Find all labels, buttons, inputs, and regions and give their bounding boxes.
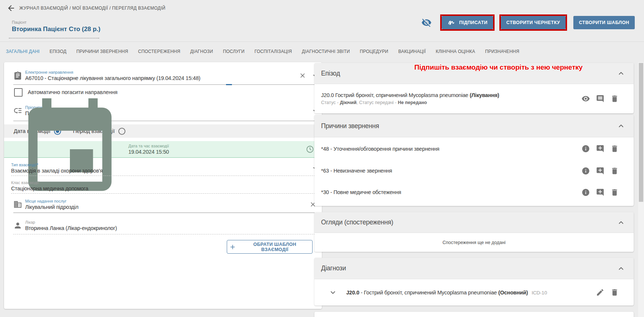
visit-reasons-card: Причини звернення *48 - Уточнення/обгово… — [314, 115, 634, 206]
service-place-field[interactable]: Місце надання послуг Лікувальний підрозд… — [13, 196, 317, 213]
diagnosis-row: J20.0 - Гострий бронхіт, спричинений Myc… — [314, 279, 634, 306]
tab-general-data[interactable]: ЗАГАЛЬНІ ДАНІ — [6, 49, 40, 54]
referral-label: Електронне направлення — [25, 70, 200, 74]
patient-label: Пацієнт — [12, 20, 100, 24]
reason-row: *30 - Повне медичне обстеження — [314, 181, 634, 203]
draft-highlight-frame: СТВОРИТИ ЧЕРНЕТКУ — [499, 14, 567, 31]
diagnoses-collapse-chevron-up-icon[interactable] — [617, 265, 625, 272]
observations-collapse-chevron-up-icon[interactable] — [617, 219, 625, 226]
header-actions: ПІДПИСАТИ СТВОРИТИ ЧЕРНЕТКУ СТВОРИТИ ШАБ… — [421, 14, 636, 31]
reason-info-icon[interactable] — [581, 144, 590, 153]
diagnosis-expand-chevron-down-icon[interactable] — [329, 289, 337, 296]
choose-template-button[interactable]: ОБРАТИ ШАБЛОН ВЗАЄМОДІЇ — [227, 240, 313, 254]
tab-vaccinations[interactable]: ВАКЦИНАЦІЇ — [398, 49, 426, 54]
reason-text: *63 - Невизначене звернення — [321, 168, 392, 174]
template-button-label: СТВОРИТИ ШАБЛОН — [579, 20, 629, 25]
reason-add-comment-icon[interactable] — [596, 188, 604, 197]
doctor-label: Лікар — [25, 220, 117, 224]
interaction-type-field[interactable]: Тип взаємодії* Взаємодія в закладі охоро… — [11, 161, 317, 176]
back-arrow-icon[interactable] — [7, 4, 16, 13]
scrollbar-thumb[interactable] — [639, 63, 643, 202]
clock-icon[interactable] — [306, 145, 314, 154]
visit-reasons-header: Причини звернення — [314, 115, 634, 137]
sign-button-label: ПІДПИСАТИ — [459, 20, 488, 25]
reason-add-comment-icon[interactable] — [596, 144, 604, 153]
episode-actions — [581, 94, 619, 103]
observations-empty-message: Спостереження ще не додані — [442, 240, 505, 245]
reason-row: *48 - Уточнення/обговорення причини звер… — [314, 137, 634, 160]
interaction-type-value: Взаємодія в закладі охорони здоров'я — [11, 168, 103, 174]
tab-prescriptions[interactable]: ПРИЗНАЧЕННЯ — [485, 49, 519, 54]
field-focus-indicator — [226, 84, 232, 85]
interaction-class-value: Стаціонарна медична допомога — [11, 186, 88, 191]
tab-observations[interactable]: СПОСТЕРЕЖЕННЯ — [138, 49, 180, 54]
sign-button[interactable]: ПІДПИСАТИ — [442, 16, 493, 29]
tab-diagnostic-reports[interactable]: ДІАГНОСТИЧНІ ЗВІТИ — [302, 49, 350, 54]
episode-item-row: J20.0 Гострий бронхіт, спричинений Mycop… — [314, 84, 634, 113]
episode-comment-icon[interactable] — [596, 94, 604, 103]
plus-icon — [229, 244, 236, 250]
diagnosis-coding-badge: ICD-10 — [532, 290, 547, 296]
template-frame: СТВОРИТИ ШАБЛОН — [572, 14, 636, 31]
visibility-off-icon[interactable] — [421, 17, 432, 28]
visit-reasons-collapse-chevron-up-icon[interactable] — [617, 122, 625, 130]
service-place-label: Місце надання послуг — [25, 199, 78, 203]
diagnoses-card: Діагнози J20.0 - Гострий бронхіт, спричи… — [314, 258, 634, 306]
reason-row: *63 - Невизначене звернення — [314, 160, 634, 181]
create-template-button[interactable]: СТВОРИТИ ШАБЛОН — [573, 16, 635, 29]
create-draft-button[interactable]: СТВОРИТИ ЧЕРНЕТКУ — [501, 16, 566, 29]
next-section-card — [314, 312, 634, 317]
reason-trash-icon[interactable] — [610, 144, 619, 153]
choose-template-label: ОБРАТИ ШАБЛОН ВЗАЄМОДІЇ — [240, 242, 310, 252]
diagnosis-trash-icon[interactable] — [610, 288, 619, 297]
diagnosis-text: J20.0 - Гострий бронхіт, спричинений Myc… — [346, 290, 547, 296]
tab-hospitalization[interactable]: ГОСПІТАЛІЗАЦІЯ — [254, 49, 292, 54]
diagnoses-title: Діагнози — [321, 264, 346, 272]
service-place-value: Лікувальний підрозділ — [25, 204, 78, 210]
reason-actions — [581, 188, 619, 197]
observations-card: Огляди (спостереження) Спостереження ще … — [314, 212, 634, 252]
reason-trash-icon[interactable] — [610, 167, 619, 175]
reason-info-icon[interactable] — [581, 167, 590, 175]
reason-text: *30 - Повне медичне обстеження — [321, 189, 401, 195]
tab-visit-reasons[interactable]: ПРИЧИНИ ЗВЕРНЕННЯ — [77, 49, 128, 54]
episode-item-text: J20.0 Гострий бронхіт, спричинений Mycop… — [321, 92, 499, 98]
reason-info-icon[interactable] — [581, 188, 590, 197]
tab-diagnoses[interactable]: ДІАГНОЗИ — [190, 49, 213, 54]
breadcrumb[interactable]: ЖУРНАЛ ВЗАЄМОДІЙ / МОЇ ВЗАЄМОДІЇ / ПЕРЕГ… — [19, 6, 165, 11]
diagnoses-header: Діагнози — [314, 258, 634, 279]
scrollbar-track[interactable] — [638, 62, 644, 317]
episode-title: Епізод — [321, 70, 340, 77]
reason-add-comment-icon[interactable] — [596, 167, 604, 175]
reason-actions — [581, 167, 619, 175]
tab-bar: ЗАГАЛЬНІ ДАНІ ЕПІЗОД ПРИЧИНИ ЗВЕРНЕННЯ С… — [6, 45, 519, 58]
datetime-field[interactable]: Дата та час взаємодії 19.04.2024 15:50 — [4, 141, 322, 158]
observations-title: Огляди (спостереження) — [321, 218, 393, 226]
doctor-icon — [13, 221, 22, 230]
interaction-class-field: Клас взаємодії Стаціонарна медична допом… — [11, 178, 317, 194]
reason-actions — [581, 144, 619, 153]
tab-clinical-assessment[interactable]: КЛІНІЧНА ОЦІНКА — [436, 49, 475, 54]
interaction-type-label: Тип взаємодії* — [11, 163, 103, 167]
reason-trash-icon[interactable] — [610, 188, 619, 197]
episode-collapse-chevron-up-icon[interactable] — [617, 70, 625, 77]
annotation-text: Підпишіть взаємодію чи створіть з нею че… — [414, 63, 583, 71]
referral-field[interactable]: Електронне направлення А67010 - Стаціона… — [13, 67, 317, 85]
referral-clipboard-icon — [13, 71, 22, 80]
episode-item-status: Статус - Діючий, Статус передачі - Не пе… — [321, 100, 499, 105]
visit-reasons-title: Причини звернення — [321, 122, 379, 130]
tab-episode[interactable]: ЕПІЗОД — [50, 49, 66, 54]
referral-value: А67010 - Стаціонарне лікування загальног… — [25, 75, 200, 81]
referral-clear-icon[interactable] — [299, 72, 306, 79]
interaction-view-page: ЖУРНАЛ ВЗАЄМОДІЙ / МОЇ ВЗАЄМОДІЇ / ПЕРЕГ… — [0, 0, 644, 317]
reason-text: *48 - Уточнення/обговорення причини звер… — [321, 146, 439, 152]
header-divider — [0, 41, 644, 42]
patient-block: Пацієнт Вторинка Пацієнт Сто (28 р.) — [9, 20, 99, 39]
building-icon — [13, 200, 22, 209]
episode-trash-icon[interactable] — [610, 94, 619, 103]
tab-services[interactable]: ПОСЛУГИ — [223, 49, 245, 54]
draft-button-label: СТВОРИТИ ЧЕРНЕТКУ — [506, 20, 560, 25]
view-episode-eye-icon[interactable] — [581, 94, 590, 103]
diagnosis-edit-pencil-icon[interactable] — [596, 288, 604, 297]
tab-procedures[interactable]: ПРОЦЕДУРИ — [360, 49, 388, 54]
